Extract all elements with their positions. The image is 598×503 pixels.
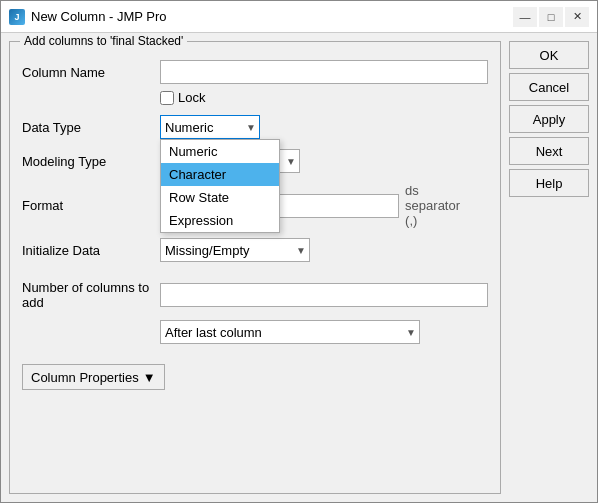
num-columns-input[interactable]: 1 bbox=[160, 283, 488, 307]
lock-label: Lock bbox=[178, 90, 205, 105]
column-properties-arrow-icon: ▼ bbox=[143, 370, 156, 385]
num-columns-label: Number of columns to add bbox=[22, 280, 152, 310]
data-type-select-wrapper: Numeric ▼ bbox=[160, 115, 260, 139]
minimize-button[interactable]: — bbox=[513, 7, 537, 27]
column-name-row: Column Name Label 2 bbox=[22, 60, 488, 84]
format-label: Format bbox=[22, 198, 152, 213]
dropdown-item-row-state[interactable]: Row State bbox=[161, 186, 279, 209]
data-type-control: Numeric ▼ Numeric Character Row State Ex… bbox=[160, 115, 488, 139]
data-type-dropdown: Numeric Character Row State Expression bbox=[160, 139, 280, 233]
dropdown-item-expression[interactable]: Expression bbox=[161, 209, 279, 232]
right-panel: OK Cancel Apply Next Help bbox=[509, 41, 589, 494]
ok-button[interactable]: OK bbox=[509, 41, 589, 69]
format-separator-text: ds separator (,) bbox=[405, 183, 464, 228]
data-type-row: Data Type Numeric ▼ Numeric Character bbox=[22, 115, 488, 139]
initialize-data-control: Missing/Empty ▼ bbox=[160, 238, 488, 262]
lock-checkbox[interactable] bbox=[160, 91, 174, 105]
column-properties-label: Column Properties bbox=[31, 370, 139, 385]
cancel-button[interactable]: Cancel bbox=[509, 73, 589, 101]
close-button[interactable]: ✕ bbox=[565, 7, 589, 27]
initialize-data-select-wrapper: Missing/Empty ▼ bbox=[160, 238, 310, 262]
position-select-wrapper: After last column ▼ bbox=[160, 320, 420, 344]
next-button[interactable]: Next bbox=[509, 137, 589, 165]
dropdown-item-numeric[interactable]: Numeric bbox=[161, 140, 279, 163]
column-properties-button[interactable]: Column Properties ▼ bbox=[22, 364, 165, 390]
maximize-button[interactable]: □ bbox=[539, 7, 563, 27]
bottom-row: Column Properties ▼ bbox=[22, 360, 488, 390]
data-type-label: Data Type bbox=[22, 120, 152, 135]
modeling-type-label: Modeling Type bbox=[22, 154, 152, 169]
window-title: New Column - JMP Pro bbox=[31, 9, 513, 24]
initialize-data-row: Initialize Data Missing/Empty ▼ bbox=[22, 238, 488, 262]
title-bar: J New Column - JMP Pro — □ ✕ bbox=[1, 1, 597, 33]
num-columns-row: Number of columns to add 1 bbox=[22, 280, 488, 310]
position-row: After last column ▼ bbox=[22, 320, 488, 344]
app-icon-letter: J bbox=[14, 12, 19, 22]
app-icon: J bbox=[9, 9, 25, 25]
column-name-label: Column Name bbox=[22, 65, 152, 80]
main-panel: Add columns to 'final Stacked' Column Na… bbox=[9, 41, 501, 494]
content-area: Add columns to 'final Stacked' Column Na… bbox=[1, 33, 597, 502]
group-box: Add columns to 'final Stacked' Column Na… bbox=[9, 41, 501, 494]
num-columns-control: 1 bbox=[160, 283, 488, 307]
initialize-data-label: Initialize Data bbox=[22, 243, 152, 258]
lock-row: Lock bbox=[160, 90, 488, 105]
help-button[interactable]: Help bbox=[509, 169, 589, 197]
data-type-select[interactable]: Numeric bbox=[160, 115, 260, 139]
dropdown-item-character[interactable]: Character bbox=[161, 163, 279, 186]
main-window: J New Column - JMP Pro — □ ✕ Add columns… bbox=[0, 0, 598, 503]
initialize-data-select[interactable]: Missing/Empty bbox=[160, 238, 310, 262]
title-controls: — □ ✕ bbox=[513, 7, 589, 27]
column-name-control: Label 2 bbox=[160, 60, 488, 84]
group-box-legend: Add columns to 'final Stacked' bbox=[20, 34, 187, 48]
apply-button[interactable]: Apply bbox=[509, 105, 589, 133]
position-select[interactable]: After last column bbox=[160, 320, 420, 344]
column-name-input[interactable]: Label 2 bbox=[160, 60, 488, 84]
position-control: After last column ▼ bbox=[160, 320, 488, 344]
